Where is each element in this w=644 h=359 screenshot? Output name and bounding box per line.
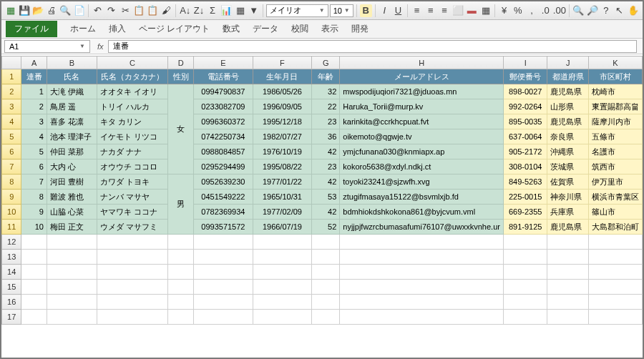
data-cell[interactable]: 0451549222 xyxy=(194,190,253,205)
ribbon-tab[interactable]: ホーム xyxy=(70,23,96,35)
data-cell[interactable]: 1995/12/18 xyxy=(253,114,311,129)
column-header[interactable]: I xyxy=(503,56,547,69)
data-cell[interactable]: カワダ トヨキ xyxy=(97,174,168,190)
empty-cell[interactable] xyxy=(312,310,340,325)
data-cell[interactable]: 名護市 xyxy=(588,144,642,159)
empty-cell[interactable] xyxy=(21,295,47,310)
data-cell[interactable]: 沖縄県 xyxy=(547,144,589,159)
data-cell[interactable]: 鹿児島県 xyxy=(547,220,589,235)
data-cell[interactable]: 筑西市 xyxy=(588,159,642,174)
column-header[interactable]: K xyxy=(588,56,642,69)
data-cell[interactable]: 7 xyxy=(21,174,47,190)
empty-cell[interactable] xyxy=(588,250,642,265)
column-header[interactable]: E xyxy=(194,56,253,69)
open-icon[interactable]: 📂 xyxy=(31,4,44,17)
data-cell[interactable]: 五條市 xyxy=(588,129,642,144)
empty-cell[interactable] xyxy=(97,310,168,325)
data-cell[interactable]: 3 xyxy=(21,114,47,129)
data-cell[interactable]: 仲田 菜那 xyxy=(47,144,97,159)
empty-cell[interactable] xyxy=(340,265,504,280)
gender-cell[interactable]: 男 xyxy=(168,174,194,235)
currency-icon[interactable]: ¥ xyxy=(498,4,510,17)
empty-cell[interactable] xyxy=(194,280,253,295)
empty-cell[interactable] xyxy=(503,310,547,325)
empty-cell[interactable] xyxy=(588,235,642,250)
data-cell[interactable]: 10 xyxy=(21,220,47,235)
data-cell[interactable]: 992-0264 xyxy=(503,99,547,114)
new-icon[interactable]: 📄 xyxy=(73,4,85,17)
ribbon-tab[interactable]: ページ レイアウト xyxy=(139,23,210,35)
data-cell[interactable]: nyjjpjfwzrcbumasafumi76107@uwxxkvnhe.ur xyxy=(340,220,504,235)
row-header[interactable]: 15 xyxy=(2,280,21,295)
comma-icon[interactable]: , xyxy=(525,4,537,17)
data-cell[interactable]: 898-0027 xyxy=(503,84,547,99)
print-icon[interactable]: 🖨 xyxy=(46,4,58,17)
empty-cell[interactable] xyxy=(340,235,504,250)
empty-cell[interactable] xyxy=(194,250,253,265)
empty-cell[interactable] xyxy=(168,265,194,280)
data-cell[interactable]: 849-5263 xyxy=(503,174,547,190)
data-cell[interactable]: 0994790837 xyxy=(194,84,253,99)
empty-cell[interactable] xyxy=(97,295,168,310)
ribbon-tab[interactable]: データ xyxy=(253,23,278,35)
empty-cell[interactable] xyxy=(547,235,589,250)
data-cell[interactable]: 8 xyxy=(21,190,47,205)
file-tab[interactable]: ファイル xyxy=(6,21,57,37)
row-header[interactable]: 17 xyxy=(2,310,21,325)
find-icon[interactable]: 🔍 xyxy=(572,4,585,17)
underline-icon[interactable]: U xyxy=(392,4,404,17)
sort-asc-icon[interactable]: A↓ xyxy=(179,4,191,17)
table-header-cell[interactable]: メールアドレス xyxy=(340,69,504,84)
data-cell[interactable]: 茨城県 xyxy=(547,159,589,174)
copy-icon[interactable]: 📋 xyxy=(133,4,145,17)
borders-icon[interactable]: ▦ xyxy=(479,4,492,17)
column-header[interactable]: C xyxy=(97,56,168,69)
data-cell[interactable]: 23 xyxy=(312,159,340,174)
data-cell[interactable]: 1977/01/22 xyxy=(253,174,311,190)
data-cell[interactable]: 53 xyxy=(312,190,340,205)
empty-cell[interactable] xyxy=(47,280,97,295)
data-cell[interactable]: 喜多 花凛 xyxy=(47,114,97,129)
paste-icon[interactable]: 📋 xyxy=(147,4,159,17)
hand-icon[interactable]: ✋ xyxy=(628,4,640,17)
data-cell[interactable]: 1966/07/19 xyxy=(253,220,311,235)
zoom-in-icon[interactable]: 🔎 xyxy=(586,4,598,17)
font-size-select[interactable]: 10▼ xyxy=(330,4,353,17)
empty-cell[interactable] xyxy=(21,235,47,250)
row-header[interactable]: 4 xyxy=(2,114,21,129)
data-cell[interactable]: 42 xyxy=(312,205,340,220)
filter-icon[interactable]: ▼ xyxy=(248,4,260,17)
dec-dec-icon[interactable]: .00 xyxy=(553,4,566,17)
empty-cell[interactable] xyxy=(97,265,168,280)
empty-cell[interactable] xyxy=(547,280,589,295)
empty-cell[interactable] xyxy=(547,310,589,325)
cut-icon[interactable]: ✂ xyxy=(119,4,131,17)
column-header[interactable]: B xyxy=(47,56,97,69)
data-cell[interactable]: 山脇 心菜 xyxy=(47,205,97,220)
table-header-cell[interactable]: 氏名（カタカナ） xyxy=(97,69,168,84)
spreadsheet-grid[interactable]: ABCDEFGHIJK1連番氏名氏名（カタカナ）性別電話番号生年月日年齢メールア… xyxy=(1,56,643,325)
ribbon-tab[interactable]: 数式 xyxy=(223,23,240,35)
table-header-cell[interactable]: 郵便番号 xyxy=(503,69,547,84)
data-cell[interactable]: 山形県 xyxy=(547,99,589,114)
data-cell[interactable]: 0742250734 xyxy=(194,129,253,144)
data-cell[interactable]: 兵庫県 xyxy=(547,205,589,220)
row-header[interactable]: 9 xyxy=(2,190,21,205)
data-cell[interactable]: イケモト リツコ xyxy=(97,129,168,144)
row-header[interactable]: 5 xyxy=(2,129,21,144)
table-header-cell[interactable]: 性別 xyxy=(168,69,194,84)
italic-icon[interactable]: I xyxy=(379,4,391,17)
row-header[interactable]: 14 xyxy=(2,265,21,280)
data-cell[interactable]: 1 xyxy=(21,84,47,99)
empty-cell[interactable] xyxy=(97,250,168,265)
data-cell[interactable]: オオタキ イオリ xyxy=(97,84,168,99)
data-cell[interactable]: 鳥居 遥 xyxy=(47,99,97,114)
data-cell[interactable]: 大内 心 xyxy=(47,159,97,174)
table-header-cell[interactable]: 生年月日 xyxy=(253,69,311,84)
redo-icon[interactable]: ↷ xyxy=(105,4,117,17)
data-cell[interactable]: 0952639230 xyxy=(194,174,253,190)
data-cell[interactable]: oikemoto@qgwje.tv xyxy=(340,129,504,144)
data-cell[interactable]: 0996360372 xyxy=(194,114,253,129)
empty-cell[interactable] xyxy=(47,310,97,325)
row-header[interactable]: 8 xyxy=(2,174,21,190)
